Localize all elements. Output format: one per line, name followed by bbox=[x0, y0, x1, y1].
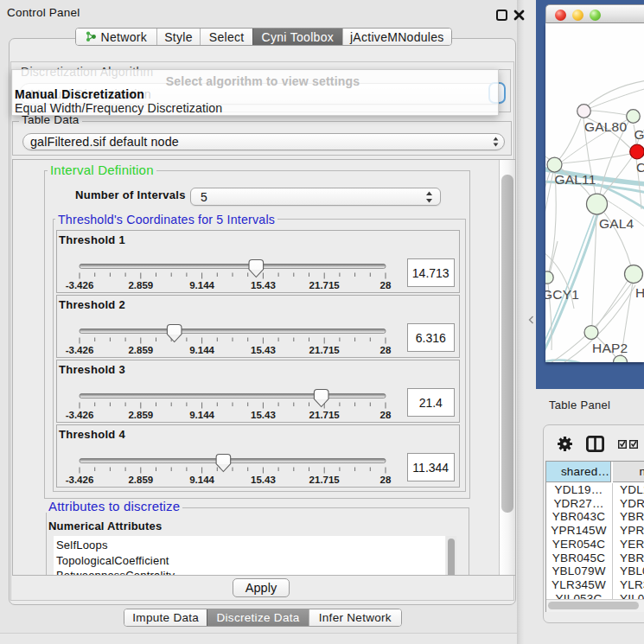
svg-text:15.43: 15.43 bbox=[251, 475, 276, 485]
svg-text:C: C bbox=[636, 160, 644, 175]
svg-text:2.859: 2.859 bbox=[128, 410, 153, 420]
svg-text:GAL4: GAL4 bbox=[599, 216, 634, 231]
svg-text:GAL11: GAL11 bbox=[555, 172, 596, 187]
svg-text:H: H bbox=[635, 285, 644, 300]
svg-text:9.144: 9.144 bbox=[189, 280, 214, 290]
svg-text:2.859: 2.859 bbox=[128, 345, 153, 355]
svg-text:28: 28 bbox=[380, 280, 392, 290]
svg-text:15.43: 15.43 bbox=[251, 280, 276, 290]
svg-text:28: 28 bbox=[380, 345, 392, 355]
svg-text:28: 28 bbox=[380, 475, 392, 485]
svg-text:GAL80: GAL80 bbox=[584, 119, 627, 134]
svg-text:2.859: 2.859 bbox=[128, 475, 153, 485]
svg-text:-3.426: -3.426 bbox=[66, 345, 94, 355]
svg-text:21.715: 21.715 bbox=[309, 475, 341, 485]
svg-text:-3.426: -3.426 bbox=[66, 410, 94, 420]
svg-text:28: 28 bbox=[380, 410, 392, 420]
svg-text:21.715: 21.715 bbox=[309, 280, 341, 290]
svg-text:21.715: 21.715 bbox=[309, 410, 341, 420]
svg-text:2.859: 2.859 bbox=[128, 280, 153, 290]
svg-text:9.144: 9.144 bbox=[189, 345, 214, 355]
svg-text:21.715: 21.715 bbox=[309, 345, 341, 355]
svg-text:15.43: 15.43 bbox=[251, 410, 276, 420]
svg-text:-3.426: -3.426 bbox=[66, 280, 94, 290]
svg-text:15.43: 15.43 bbox=[251, 345, 276, 355]
svg-text:HAP2: HAP2 bbox=[592, 341, 628, 355]
svg-text:GA: GA bbox=[634, 127, 644, 142]
svg-text:-3.426: -3.426 bbox=[66, 475, 94, 485]
svg-text:GCY1: GCY1 bbox=[545, 287, 579, 302]
svg-text:9.144: 9.144 bbox=[189, 410, 214, 420]
svg-text:9.144: 9.144 bbox=[189, 475, 214, 485]
